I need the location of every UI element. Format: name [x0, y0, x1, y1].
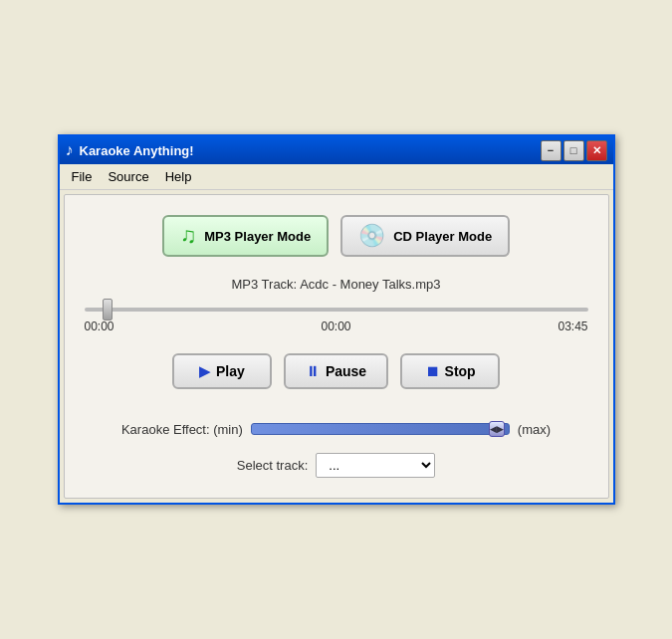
main-window: ♪ Karaoke Anything! − □ ✕ File Source He…: [58, 134, 615, 505]
stop-button[interactable]: ⏹ Stop: [400, 353, 500, 389]
transport-buttons: ▶ Play ⏸ Pause ⏹ Stop: [85, 353, 588, 389]
minimize-button[interactable]: −: [541, 140, 561, 161]
track-info: MP3 Track: Acdc - Money Talks.mp3: [85, 277, 588, 292]
mp3-mode-button[interactable]: ♫ MP3 Player Mode: [162, 215, 329, 257]
time-start: 00:00: [85, 320, 114, 333]
stop-icon: ⏹: [425, 363, 439, 379]
maximize-button[interactable]: □: [563, 140, 584, 161]
cd-icon: 💿: [358, 225, 385, 247]
window-title: Karaoke Anything!: [80, 143, 194, 158]
track-select[interactable]: ... Track 1 Track 2: [316, 453, 435, 478]
cd-mode-label: CD Player Mode: [393, 229, 492, 244]
time-total: 03:45: [558, 320, 587, 333]
cd-mode-button[interactable]: 💿 CD Player Mode: [340, 215, 510, 257]
progress-track[interactable]: [85, 308, 588, 312]
pause-button[interactable]: ⏸ Pause: [284, 353, 388, 389]
app-icon: ♪: [66, 141, 74, 159]
time-labels: 00:00 00:00 03:45: [85, 320, 588, 333]
karaoke-label-max: (max): [518, 422, 551, 437]
pause-label: Pause: [326, 363, 366, 379]
titlebar-controls: − □ ✕: [541, 140, 607, 161]
karaoke-thumb[interactable]: ◀▶: [489, 421, 505, 437]
pause-icon: ⏸: [306, 363, 320, 379]
karaoke-row: Karaoke Effect: (min) ◀▶ (max): [85, 419, 588, 439]
progress-thumb[interactable]: [103, 299, 112, 320]
karaoke-slider-container: ◀▶: [251, 419, 510, 439]
stop-label: Stop: [445, 363, 476, 379]
play-icon: ▶: [199, 363, 210, 379]
titlebar: ♪ Karaoke Anything! − □ ✕: [60, 136, 613, 164]
mp3-mode-label: MP3 Player Mode: [204, 229, 311, 244]
menubar: File Source Help: [60, 164, 613, 190]
menu-help[interactable]: Help: [157, 166, 200, 187]
close-button[interactable]: ✕: [586, 140, 607, 161]
mode-buttons: ♫ MP3 Player Mode 💿 CD Player Mode: [85, 215, 588, 257]
menu-file[interactable]: File: [64, 166, 101, 187]
titlebar-left: ♪ Karaoke Anything!: [66, 141, 194, 159]
menu-source[interactable]: Source: [100, 166, 156, 187]
track-label: MP3 Track: Acdc - Money Talks.mp3: [232, 277, 441, 292]
time-current: 00:00: [321, 320, 350, 333]
karaoke-track[interactable]: ◀▶: [251, 423, 510, 435]
select-track-label: Select track:: [237, 458, 309, 473]
progress-area: [85, 308, 588, 312]
play-button[interactable]: ▶ Play: [172, 353, 272, 389]
music-note-icon: ♫: [180, 225, 197, 247]
content-area: ♫ MP3 Player Mode 💿 CD Player Mode MP3 T…: [64, 194, 609, 499]
select-row: Select track: ... Track 1 Track 2: [85, 453, 588, 478]
play-label: Play: [216, 363, 245, 379]
karaoke-label-min: Karaoke Effect: (min): [121, 422, 243, 437]
